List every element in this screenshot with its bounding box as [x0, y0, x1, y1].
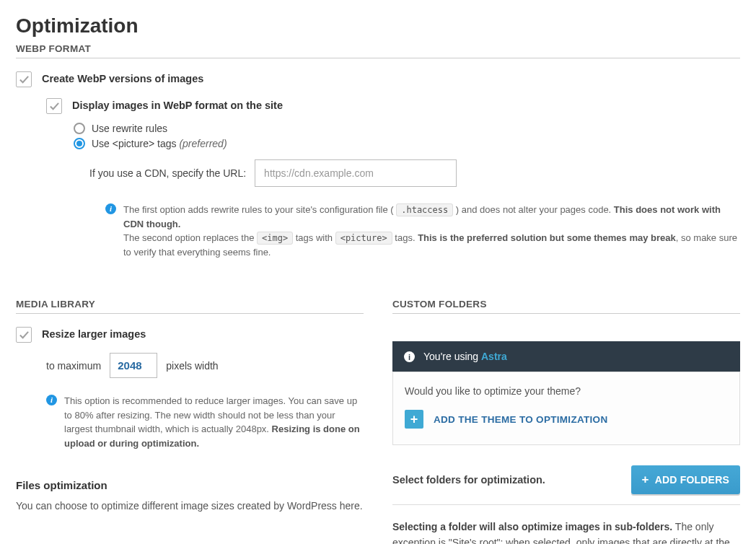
- checkbox-create-webp[interactable]: [16, 71, 32, 87]
- resize-larger-label: Resize larger images: [42, 327, 146, 340]
- add-theme-button[interactable]: + ADD THE THEME TO OPTIMIZATION: [405, 410, 728, 429]
- check-icon: [19, 330, 30, 341]
- plus-icon: +: [642, 473, 649, 487]
- files-optimization-heading: Files optimization: [16, 479, 364, 491]
- add-folders-label: ADD FOLDERS: [655, 474, 729, 486]
- cdn-url-label: If you use a CDN, specify the URL:: [89, 167, 246, 179]
- files-optimization-desc: You can choose to optimize different ima…: [16, 499, 364, 514]
- section-heading-custom-folders: CUSTOM FOLDERS: [392, 299, 740, 314]
- webp-info-text: The first option adds rewrite rules to y…: [123, 203, 740, 259]
- select-folders-label: Select folders for optimization.: [392, 474, 545, 486]
- add-theme-label: ADD THE THEME TO OPTIMIZATION: [434, 414, 607, 425]
- max-width-input[interactable]: [110, 353, 157, 378]
- theme-name: Astra: [481, 351, 507, 362]
- create-webp-label: Create WebP versions of images: [42, 71, 203, 84]
- radio-rewrite-label: Use rewrite rules: [92, 123, 167, 134]
- page-title: Optimization: [16, 14, 740, 38]
- theme-optimize-box: Would you like to optimize your theme? +…: [392, 372, 740, 445]
- resize-info-text: This option is recommended to reduce lar…: [64, 394, 364, 450]
- checkbox-display-webp[interactable]: [46, 98, 62, 114]
- section-heading-media: MEDIA LIBRARY: [16, 299, 364, 314]
- pixels-width-label: pixels width: [166, 360, 218, 372]
- checkbox-resize-larger[interactable]: [16, 327, 32, 343]
- to-maximum-label: to maximum: [46, 360, 101, 372]
- add-folders-button[interactable]: + ADD FOLDERS: [631, 465, 740, 494]
- radio-picture-label: Use <picture> tags (preferred): [92, 138, 227, 149]
- cdn-url-input[interactable]: [255, 159, 457, 187]
- display-webp-label: Display images in WebP format on the sit…: [72, 98, 283, 111]
- info-icon: i: [105, 203, 116, 214]
- folders-description: Selecting a folder will also optimize im…: [392, 519, 740, 544]
- info-icon: i: [46, 395, 57, 405]
- check-icon: [19, 74, 30, 85]
- radio-picture-tags[interactable]: [74, 138, 85, 149]
- check-icon: [49, 101, 60, 112]
- theme-banner: i You're using Astra: [392, 341, 740, 372]
- divider: [392, 504, 740, 505]
- theme-optimize-question: Would you like to optimize your theme?: [405, 385, 728, 397]
- plus-icon: +: [405, 410, 423, 429]
- info-icon: i: [404, 351, 415, 362]
- radio-rewrite-rules[interactable]: [74, 123, 85, 134]
- section-heading-webp: WEBP FORMAT: [16, 43, 740, 58]
